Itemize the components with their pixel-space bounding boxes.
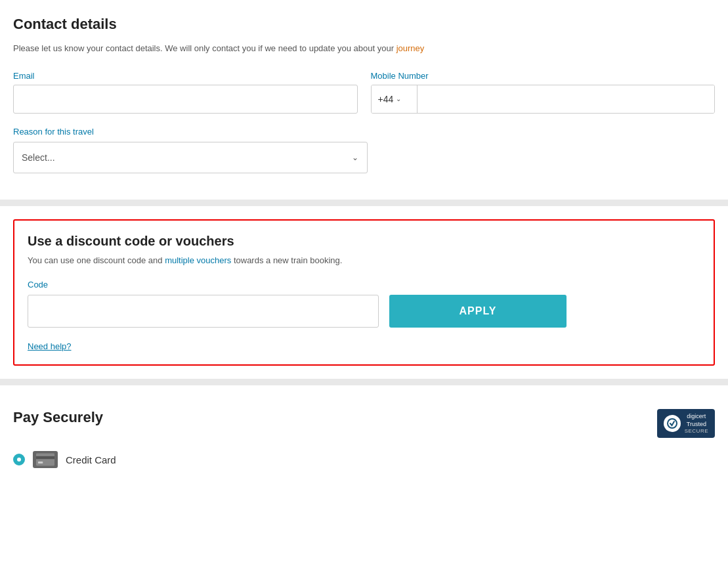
- svg-rect-3: [38, 462, 43, 463]
- discount-subtitle-part2: towards a new train booking.: [231, 255, 342, 265]
- travel-reason-group: Reason for this travel Select... Busines…: [13, 127, 715, 173]
- code-input[interactable]: [28, 295, 379, 328]
- digicert-trusted: Trusted: [685, 421, 708, 429]
- svg-rect-1: [36, 454, 54, 466]
- pay-section: Pay Securely digicert Trusted SECURE: [0, 385, 728, 490]
- svg-rect-2: [36, 456, 54, 459]
- digicert-icon: [664, 415, 681, 432]
- credit-card-icon: [33, 451, 58, 468]
- digicert-name: digicert: [685, 413, 708, 421]
- code-row: APPLY: [28, 295, 700, 328]
- digicert-logo-icon: [667, 418, 677, 429]
- discount-subtitle: You can use one discount code and multip…: [28, 254, 700, 267]
- contact-title: Contact details: [13, 16, 715, 33]
- contact-form-row: Email Mobile Number +44 ⌄: [13, 71, 715, 114]
- subtitle-text-1: Please let us know your contact details.…: [13, 43, 394, 53]
- discount-box: Use a discount code or vouchers You can …: [13, 219, 715, 366]
- discount-title: Use a discount code or vouchers: [28, 234, 700, 249]
- payment-option-credit-card: Credit Card: [13, 451, 715, 468]
- country-code-selector[interactable]: +44 ⌄: [372, 85, 418, 113]
- discount-subtitle-part1: You can use one discount code and: [28, 255, 165, 265]
- travel-reason-select-wrapper: Select... Business Leisure Commute Other…: [13, 142, 368, 173]
- digicert-badge: digicert Trusted SECURE: [657, 409, 715, 438]
- email-group: Email: [13, 71, 358, 114]
- radio-inner-dot: [17, 458, 21, 462]
- apply-button[interactable]: APPLY: [389, 295, 567, 328]
- code-label: Code: [28, 280, 700, 290]
- contact-discount-divider: [0, 200, 728, 206]
- digicert-text-block: digicert Trusted SECURE: [685, 413, 708, 434]
- contact-section: Contact details Please let us know your …: [0, 0, 728, 200]
- travel-reason-label: Reason for this travel: [13, 127, 715, 137]
- mobile-number-input[interactable]: [418, 85, 715, 113]
- travel-reason-select[interactable]: Select... Business Leisure Commute Other: [13, 142, 368, 173]
- svg-point-0: [668, 419, 677, 428]
- discount-pay-divider: [0, 379, 728, 385]
- country-code-value: +44: [378, 94, 394, 104]
- mobile-label: Mobile Number: [371, 71, 716, 81]
- credit-card-radio[interactable]: [13, 454, 25, 465]
- credit-card-svg: [36, 453, 54, 466]
- pay-header: Pay Securely digicert Trusted SECURE: [13, 398, 715, 438]
- country-code-chevron-icon: ⌄: [396, 95, 401, 102]
- discount-subtitle-link[interactable]: multiple vouchers: [165, 255, 231, 265]
- contact-subtitle: Please let us know your contact details.…: [13, 42, 715, 55]
- need-help-link[interactable]: Need help?: [28, 341, 72, 351]
- discount-section: Use a discount code or vouchers You can …: [0, 206, 728, 379]
- mobile-group: Mobile Number +44 ⌄: [371, 71, 716, 114]
- digicert-secure: SECURE: [685, 428, 708, 434]
- pay-title: Pay Securely: [13, 409, 103, 426]
- email-label: Email: [13, 71, 358, 81]
- subtitle-journey: journey: [396, 43, 425, 53]
- credit-card-label: Credit Card: [66, 454, 116, 465]
- mobile-input-wrapper: +44 ⌄: [371, 85, 716, 114]
- email-input[interactable]: [13, 85, 358, 114]
